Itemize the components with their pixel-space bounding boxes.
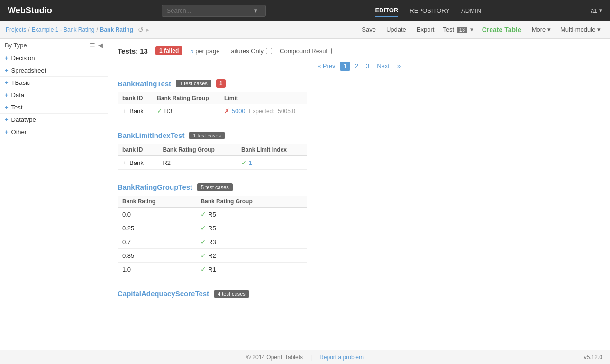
limit-link[interactable]: 5000	[232, 108, 246, 115]
breadcrumb-projects[interactable]: Projects	[6, 27, 26, 33]
group-value-1: R5	[208, 225, 216, 232]
breadcrumb-example[interactable]: Example 1 - Bank Rating	[32, 27, 95, 33]
report-problem-link[interactable]: Report a problem	[319, 354, 364, 361]
breadcrumb-current[interactable]: Bank Rating	[100, 27, 133, 33]
export-button[interactable]: Export	[412, 24, 439, 35]
sidebar-item-tbasic[interactable]: + TBasic	[0, 77, 108, 89]
test-name-banklimitindex[interactable]: BankLimitIndexTest	[118, 131, 184, 139]
sidebar-label-test: Test	[11, 104, 23, 111]
sidebar-icons[interactable]: ☰ ◀	[90, 42, 103, 49]
bank-id-value-2: Bank	[129, 159, 144, 166]
cell-group-3: ✓ R2	[196, 249, 307, 263]
breadcrumb: Projects / Example 1 - Bank Rating / Ban…	[6, 26, 149, 34]
nav-editor[interactable]: EDITOR	[375, 5, 398, 17]
compound-result-checkbox[interactable]	[331, 48, 337, 54]
cell-group-2: ✓ R3	[196, 235, 307, 249]
test-section-bankrating: BankRatingTest 1 test cases 1 bank ID Ba…	[118, 79, 601, 118]
sidebar-menu-icon[interactable]: ☰	[90, 42, 95, 49]
table-row: 0.25 ✓ R5	[118, 221, 307, 235]
expected-value: 5005.0	[278, 108, 295, 115]
sidebar-item-other[interactable]: + Other	[0, 126, 108, 138]
test-table-bankrating: bank ID Bank Rating Group Limit + Bank ✓	[118, 92, 307, 118]
tests-count: Tests: 13	[118, 47, 148, 55]
col-bank-rating-group-1: Bank Rating Group	[152, 92, 219, 104]
user-menu[interactable]: a1 ▾	[591, 7, 602, 14]
sidebar-label-tbasic: TBasic	[11, 79, 30, 86]
test-title-row-capitaladequacy: CapitalAdequacyScoreTest 4 test cases	[118, 290, 601, 298]
expand-icon-2[interactable]: +	[122, 159, 126, 166]
table-row: + Bank ✓ R3 ✗ 5000 Expected: 5005.0	[118, 104, 307, 118]
page-2[interactable]: 2	[352, 62, 361, 71]
cell-limit: ✗ 5000 Expected: 5005.0	[219, 104, 307, 118]
test-label: Test	[443, 26, 454, 33]
nav-repository[interactable]: REPOSITORY	[410, 5, 450, 16]
sidebar-item-datatype[interactable]: + Datatype	[0, 114, 108, 126]
per-page-link[interactable]: 5	[190, 47, 193, 55]
sidebar-header: By Type ☰ ◀	[0, 39, 108, 52]
cell-group-0: ✓ R5	[196, 208, 307, 221]
test-name-capitaladequacy[interactable]: CapitalAdequacyScoreTest	[118, 290, 209, 298]
search-container[interactable]: ▾	[162, 5, 266, 17]
test-dropdown-icon[interactable]: ▾	[470, 26, 473, 33]
expand-icon[interactable]: +	[122, 108, 126, 115]
cell-group-4: ✓ R1	[196, 263, 307, 276]
search-input[interactable]	[167, 7, 252, 14]
cell-rating-3: 0.85	[118, 249, 196, 263]
check-icon-r2: ✓	[200, 252, 206, 259]
save-button[interactable]: Save	[357, 24, 381, 35]
col-bank-id-2: bank ID	[118, 144, 158, 156]
sidebar-item-data[interactable]: + Data	[0, 89, 108, 101]
cell-rating-1: 0.25	[118, 221, 196, 235]
limit-index-link[interactable]: 1	[249, 159, 252, 166]
breadcrumb-arrow-icon: ▸	[146, 27, 149, 33]
sidebar-collapse-icon[interactable]: ◀	[98, 42, 103, 49]
test-title-row-bankrating: BankRatingTest 1 test cases 1	[118, 79, 601, 88]
check-icon-index: ✓	[241, 159, 247, 166]
per-page-label: per page	[195, 47, 219, 55]
test-name-bankrating[interactable]: BankRatingTest	[118, 80, 171, 88]
test-name-bankratinggroup[interactable]: BankRatingGroupTest	[118, 183, 192, 191]
tests-header: Tests: 13 1 failed 5 per page Failures O…	[118, 46, 601, 55]
col-limit-1: Limit	[219, 92, 307, 104]
check-icon-r1: ✓	[200, 265, 206, 273]
main-layout: By Type ☰ ◀ + Decision + Spreadsheet + T…	[0, 39, 610, 350]
nav-admin[interactable]: ADMIN	[461, 5, 481, 16]
prev-page[interactable]: « Prev	[315, 62, 338, 71]
refresh-icon[interactable]: ↺	[138, 26, 144, 34]
col-bank-limit-index: Bank Limit Index	[237, 144, 307, 156]
sidebar-label-data: Data	[11, 91, 24, 99]
plus-icon-decision: +	[5, 55, 9, 62]
page-3[interactable]: 3	[363, 62, 372, 71]
cell-bank-id-2: + Bank	[118, 156, 158, 170]
update-button[interactable]: Update	[382, 24, 411, 35]
breadcrumb-sep2: /	[96, 27, 98, 33]
test-cases-badge-capitaladequacy: 4 test cases	[214, 290, 249, 298]
test-button[interactable]: Test 13 ▾	[440, 24, 476, 35]
group-value-0: R5	[208, 211, 216, 218]
more-button[interactable]: More ▾	[527, 24, 555, 35]
next-arrow[interactable]: »	[394, 62, 403, 71]
breadcrumb-bar: Projects / Example 1 - Bank Rating / Ban…	[0, 21, 610, 39]
cell-bank-id: + Bank	[118, 104, 152, 118]
expected-label: Expected:	[249, 108, 274, 115]
pagination: « Prev 1 2 3 Next »	[118, 62, 601, 71]
table-row: 1.0 ✓ R1	[118, 263, 307, 276]
sidebar-item-test[interactable]: + Test	[0, 101, 108, 114]
bank-id-value: Bank	[129, 108, 144, 115]
table-row: 0.7 ✓ R3	[118, 235, 307, 249]
check-icon-r3: ✓	[157, 107, 163, 115]
failed-num-badge-bankrating: 1	[216, 79, 226, 88]
test-table-bankratinggroup: Bank Rating Bank Rating Group 0.0 ✓ R5 0…	[118, 196, 307, 276]
cross-icon-limit: ✗	[224, 107, 230, 115]
sidebar-item-spreadsheet[interactable]: + Spreadsheet	[0, 64, 108, 77]
failures-only-checkbox[interactable]	[266, 48, 272, 54]
compound-result-label: Compound Result	[280, 47, 329, 55]
page-1[interactable]: 1	[340, 62, 350, 71]
multi-module-button[interactable]: Multi-module ▾	[556, 24, 604, 35]
footer: © 2014 OpenL Tablets | Report a problem …	[0, 350, 610, 364]
next-page[interactable]: Next	[374, 62, 392, 71]
search-dropdown-icon[interactable]: ▾	[254, 7, 257, 14]
test-cases-badge-banklimitindex: 1 test cases	[189, 132, 225, 139]
create-table-button[interactable]: Create Table	[477, 24, 526, 36]
sidebar-item-decision[interactable]: + Decision	[0, 52, 108, 64]
